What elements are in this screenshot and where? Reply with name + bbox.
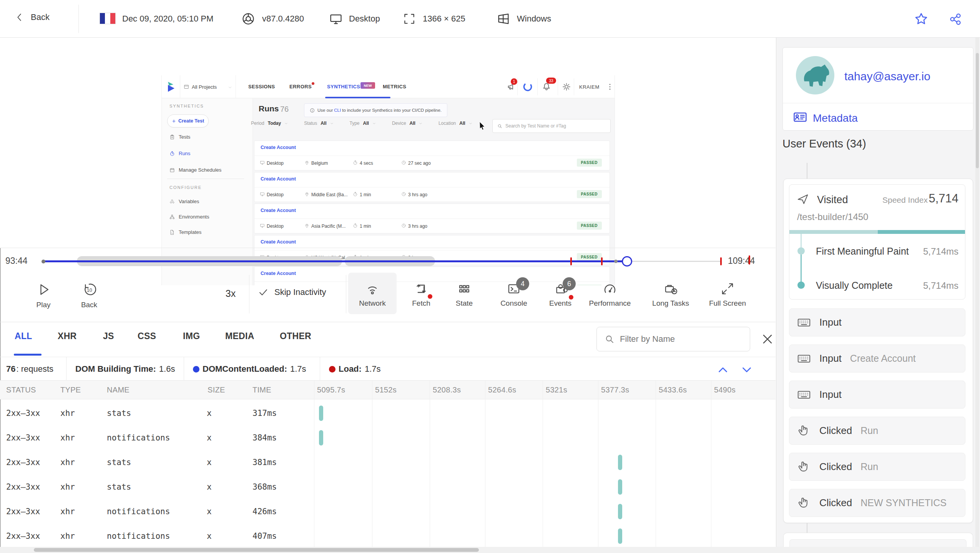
filter-label: Device xyxy=(392,121,406,126)
horizontal-scrollbar-thumb[interactable] xyxy=(34,548,479,552)
event-item-input[interactable]: Input Create Account xyxy=(789,344,965,373)
skip-inactivity-toggle[interactable]: Skip Inactivity xyxy=(258,287,326,297)
close-panel-icon[interactable] xyxy=(759,330,776,348)
col-type: TYPE xyxy=(60,386,81,394)
cell-size: x xyxy=(207,409,212,418)
network-row[interactable]: 2xx–3xx xhr stats x 317ms xyxy=(0,401,776,426)
event-item-clicked[interactable]: Clicked Run xyxy=(789,417,965,445)
cell-name: notifications xyxy=(107,433,170,442)
full-screen-button[interactable]: Full Screen xyxy=(699,281,756,308)
run-status-badge: PASSED xyxy=(577,222,602,230)
monitor-icon xyxy=(260,160,265,165)
flag-blue-stripe xyxy=(100,13,105,24)
replay-viewport[interactable]: All Projects SESSIONS ERRORS SYNTHETICS … xyxy=(0,38,776,248)
event-item-input[interactable]: Input xyxy=(789,308,965,336)
event-connector xyxy=(807,523,807,533)
cubes-icon xyxy=(169,199,175,204)
clock-icon xyxy=(401,223,406,228)
col-time: TIME xyxy=(252,386,271,394)
timeline-track[interactable] xyxy=(42,251,724,272)
user-email-link[interactable]: tahay@asayer.io xyxy=(844,70,930,83)
back-10s-button[interactable]: 10 Back xyxy=(62,281,116,309)
sidebar-item-label: Variables xyxy=(179,199,199,204)
run-name-link: Create Account xyxy=(261,208,296,213)
back-button[interactable]: Back xyxy=(14,12,50,23)
nav-divider xyxy=(558,78,558,95)
network-row[interactable]: 2xx–3xx xhr notifications x 384ms xyxy=(0,426,776,450)
network-row[interactable]: 2xx–3xx xhr stats x 368ms xyxy=(0,475,776,499)
tab-other[interactable]: OTHER xyxy=(280,331,311,341)
tab-xhr[interactable]: XHR xyxy=(58,331,76,341)
sidebar-item-environments: Environments xyxy=(169,214,209,220)
sidebar-item-label: Runs xyxy=(179,151,190,156)
playback-speed-button[interactable]: 3x xyxy=(219,288,242,299)
tab-js[interactable]: JS xyxy=(103,331,114,341)
tab-img[interactable]: IMG xyxy=(183,331,200,341)
events-panel-button[interactable]: Events xyxy=(532,281,589,308)
sidebar-scrollbar-track[interactable] xyxy=(975,38,979,547)
network-row[interactable]: 2xx–3xx xhr notifications x 407ms xyxy=(0,524,776,547)
tab-media[interactable]: MEDIA xyxy=(225,331,254,341)
timeline-event-marker[interactable] xyxy=(570,257,572,265)
filter-search-box[interactable] xyxy=(596,327,750,351)
event-target: NEW SYNTHETICS xyxy=(860,497,947,508)
event-item-clicked[interactable]: Clicked NEW SYNTHETICS xyxy=(789,489,965,517)
waterfall-bar xyxy=(618,479,622,495)
fmp-label: First Meaningful Paint xyxy=(816,246,909,257)
share-icon[interactable] xyxy=(948,12,962,26)
tab-all[interactable]: ALL xyxy=(15,331,32,341)
cell-name: stats xyxy=(107,409,131,418)
performance-panel-button[interactable]: Performance xyxy=(581,281,639,308)
favorite-star-icon[interactable] xyxy=(914,12,929,26)
app-search-placeholder: Search by Test Name or #Tag xyxy=(505,123,566,129)
tab-metrics: METRICS xyxy=(383,84,406,89)
app-search-box: Search by Test Name or #Tag xyxy=(492,119,611,133)
run-name-link: Create Account xyxy=(261,145,296,150)
filter-value: All xyxy=(363,121,369,126)
create-test-label: Create Test xyxy=(178,118,204,124)
cell-time: 317ms xyxy=(252,409,277,418)
timeline-event-marker[interactable] xyxy=(601,257,603,265)
chevron-down-icon xyxy=(372,122,376,125)
jump-previous-icon[interactable] xyxy=(716,363,730,377)
state-panel-button[interactable]: State xyxy=(435,281,493,308)
metadata-link[interactable]: Metadata xyxy=(813,112,858,124)
country-flag-france xyxy=(100,13,116,24)
run-card: Create Account Desktop Belgium 4 secs 27… xyxy=(254,141,610,171)
cell-time: 368ms xyxy=(252,482,277,492)
event-item-input[interactable]: Input xyxy=(789,381,965,409)
network-row[interactable]: 2xx–3xx xhr stats x 381ms xyxy=(0,450,776,475)
monitor-icon xyxy=(260,192,265,197)
tab-css[interactable]: CSS xyxy=(138,331,156,341)
jump-next-icon[interactable] xyxy=(739,363,754,377)
sidebar-scrollbar-thumb[interactable] xyxy=(976,53,979,168)
visited-event-card[interactable]: Visited Speed Index 5,714 /test-builder/… xyxy=(789,184,965,300)
timeline-end-marker xyxy=(749,255,750,265)
long-tasks-panel-button[interactable]: Long Tasks xyxy=(642,281,699,308)
run-name-link: Create Account xyxy=(261,239,296,245)
metadata-id-card-icon xyxy=(793,110,807,124)
back-label: Back xyxy=(31,12,50,22)
browser-version: v87.0.4280 xyxy=(262,14,304,24)
notifications-badge: 33 xyxy=(546,78,556,84)
horizontal-scrollbar-track[interactable] xyxy=(0,547,980,553)
timeline-playhead[interactable] xyxy=(622,256,632,267)
network-row[interactable]: 2xx–3xx xhr notifications x 426ms xyxy=(0,499,776,524)
cell-name: notifications xyxy=(107,531,170,541)
sidebar-section-synthetics: SYNTHETICS xyxy=(169,104,204,108)
cell-type: xhr xyxy=(60,433,75,442)
cell-name: stats xyxy=(107,482,131,492)
cell-size: x xyxy=(207,507,212,516)
cell-size: x xyxy=(207,531,212,541)
event-item-clicked[interactable]: Clicked Run xyxy=(789,453,965,481)
filter-by-name-input[interactable] xyxy=(619,334,736,344)
avatar xyxy=(796,56,834,94)
sitemap-icon xyxy=(169,214,175,220)
mouse-cursor xyxy=(479,121,487,131)
long-tasks-icon xyxy=(663,281,678,296)
run-time-ago: 3 hrs ago xyxy=(408,224,427,229)
sidebar-item-label: Tests xyxy=(179,134,190,140)
timeline-event-marker[interactable] xyxy=(720,257,722,265)
clock-icon xyxy=(401,160,406,165)
event-action: Input xyxy=(819,389,842,401)
